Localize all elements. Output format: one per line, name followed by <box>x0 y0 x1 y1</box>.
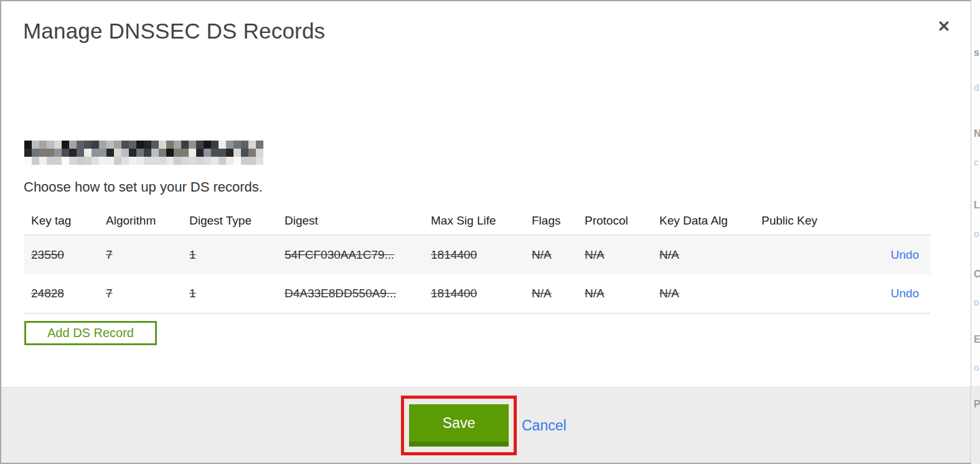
header-digest: Digest <box>285 214 431 228</box>
dialog-footer: Save Cancel <box>1 387 971 463</box>
table-header-row: Key tag Algorithm Digest Type Digest Max… <box>24 206 930 235</box>
background-text-fragment: s <box>974 47 979 58</box>
cell-max-sig-life: 1814400 <box>431 248 532 262</box>
cell-protocol: N/A <box>585 287 659 300</box>
cell-algorithm: 7 <box>106 287 189 300</box>
background-footer-strip <box>972 386 980 464</box>
undo-link[interactable]: Undo <box>891 287 919 300</box>
save-button[interactable]: Save <box>409 404 509 447</box>
background-text-fragment: d <box>974 82 979 93</box>
cell-key-tag: 24828 <box>31 287 106 300</box>
page-title: Manage DNSSEC DS Records <box>23 19 325 44</box>
header-protocol: Protocol <box>585 214 659 228</box>
redacted-domain-name <box>24 141 263 167</box>
background-text-fragment: E <box>974 334 980 345</box>
cell-key-data-alg: N/A <box>659 248 761 262</box>
background-text-fragment: L <box>974 200 980 211</box>
cell-key-data-alg: N/A <box>659 287 761 300</box>
cell-protocol: N/A <box>585 248 659 262</box>
annotation-highlight-box: Save <box>401 396 517 455</box>
close-icon[interactable]: ✕ <box>934 16 954 36</box>
header-public-key: Public Key <box>761 214 855 228</box>
header-digest-type: Digest Type <box>189 214 285 228</box>
background-page-strip: sdNcLoCoEoP <box>972 0 980 464</box>
header-algorithm: Algorithm <box>106 214 189 228</box>
background-text-fragment: P <box>974 399 980 410</box>
header-flags: Flags <box>532 214 585 228</box>
background-text-fragment: o <box>974 228 979 239</box>
cell-digest: D4A33E8DD550A9... <box>285 287 431 300</box>
cell-max-sig-life: 1814400 <box>431 287 532 300</box>
background-text-fragment: o <box>974 362 979 373</box>
cell-algorithm: 7 <box>106 248 189 262</box>
manage-dnssec-dialog: Manage DNSSEC DS Records ✕ Choose how to… <box>0 0 971 464</box>
table-row: 23550 7 1 54FCF030AA1C79... 1814400 N/A … <box>24 235 930 274</box>
background-text-fragment: c <box>974 157 979 167</box>
header-max-sig-life: Max Sig Life <box>431 214 532 228</box>
cell-flags: N/A <box>532 248 585 262</box>
undo-link[interactable]: Undo <box>891 248 919 261</box>
background-text-fragment: C <box>974 269 980 280</box>
table-row: 24828 7 1 D4A33E8DD550A9... 1814400 N/A … <box>24 274 930 313</box>
cell-digest-type: 1 <box>189 248 285 262</box>
background-text-fragment: o <box>974 297 979 307</box>
background-text-fragment: N <box>974 128 980 139</box>
add-ds-record-button[interactable]: Add DS Record <box>24 321 157 345</box>
cell-key-tag: 23550 <box>31 248 106 262</box>
cell-flags: N/A <box>532 287 585 300</box>
instruction-text: Choose how to set up your DS records. <box>24 179 263 195</box>
cell-digest-type: 1 <box>189 287 285 300</box>
header-key-tag: Key tag <box>31 214 106 228</box>
cancel-link[interactable]: Cancel <box>522 417 567 434</box>
cell-digest: 54FCF030AA1C79... <box>285 248 431 262</box>
header-key-data-alg: Key Data Alg <box>659 214 761 228</box>
ds-records-table: Key tag Algorithm Digest Type Digest Max… <box>24 206 930 313</box>
